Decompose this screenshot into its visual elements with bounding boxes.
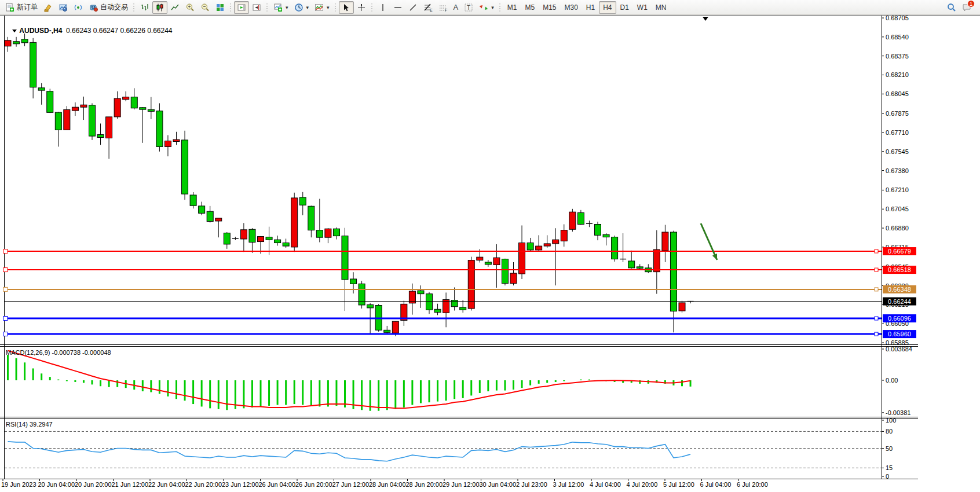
candle-body [283, 243, 289, 247]
caret-down-icon: ▾ [327, 5, 330, 10]
grid-tool-button[interactable]: F [436, 1, 451, 14]
price-tick-label: 0.68210 [886, 71, 909, 78]
timeframe-button-m1[interactable]: M1 [503, 1, 521, 14]
time-tick-label: 5 Jul 12:00 [663, 481, 694, 488]
toolbar-separator [370, 2, 374, 13]
candle-body [215, 218, 222, 221]
metaeditor-button[interactable] [41, 1, 56, 14]
signals-icon [74, 3, 83, 12]
auto-trading-button[interactable]: 自动交易 [86, 1, 131, 14]
zoom-out-button[interactable] [198, 1, 213, 14]
rsi-indicator-label: RSI(14) 39.2947 [6, 421, 53, 428]
period-dropdown[interactable]: ▾ [291, 1, 312, 14]
crosshair-tool-button[interactable] [354, 1, 369, 14]
hline-left-handle[interactable] [3, 249, 8, 254]
auto-trading-robot-icon [89, 3, 98, 12]
time-tick-label: 6 Jul 04:00 [700, 481, 732, 488]
metaeditor-icon [43, 3, 53, 12]
hline-right-handle[interactable] [875, 249, 878, 253]
timeframe-button-m15[interactable]: M15 [539, 1, 560, 14]
notifications-button[interactable]: 1 [959, 1, 974, 14]
toolbar-separator [265, 2, 269, 13]
hline-right-handle[interactable] [875, 268, 878, 271]
candle-body [595, 224, 601, 235]
strategy-tester-icon [58, 3, 68, 12]
hline-right-handle[interactable] [875, 288, 878, 291]
new-chart-dropdown[interactable]: ▾ [270, 1, 291, 14]
trendline-tool-button[interactable] [405, 1, 420, 14]
candle-body [123, 97, 129, 100]
time-tick-label: 6 Jul 20:00 [737, 481, 768, 488]
time-tick-label: 20 Jun 20:00 [75, 481, 112, 488]
time-tick-label: 26 Jun 04:00 [259, 481, 296, 488]
line-studies-toolbar-group: E F A T ▾ [339, 1, 497, 14]
signals-button[interactable] [71, 1, 86, 14]
cursor-tool-button[interactable] [339, 1, 354, 14]
candle-body [325, 229, 331, 237]
time-tick-label: 4 Jul 04:00 [590, 481, 621, 488]
chart-background [0, 15, 980, 492]
line-chart-type-button[interactable] [167, 1, 182, 14]
price-tick-label: 0.67710 [886, 129, 909, 136]
candle-body [30, 42, 36, 87]
hline-left-handle[interactable] [3, 287, 8, 291]
price-tick-label: 0.67045 [886, 205, 909, 212]
hline-right-handle[interactable] [875, 332, 878, 336]
text-tool-button[interactable]: A [451, 1, 462, 14]
candle-body [527, 243, 533, 250]
candle-body [392, 321, 398, 333]
hline-left-handle[interactable] [3, 317, 8, 321]
chart-window[interactable]: 0.687050.685400.683750.682100.680450.678… [0, 15, 980, 492]
timeframe-button-m30[interactable]: M30 [560, 1, 582, 14]
price-tick-label: 0.67380 [886, 167, 909, 174]
fibonacci-tool-button[interactable]: E [420, 1, 436, 14]
vertical-line-tool-button[interactable] [375, 1, 390, 14]
timeframe-button-mn[interactable]: MN [652, 1, 671, 14]
candle-body [679, 303, 685, 311]
bar-chart-type-button[interactable] [137, 1, 152, 14]
candle-body [485, 262, 491, 265]
candle-body [131, 97, 137, 108]
chart-shift-button[interactable] [249, 1, 264, 14]
indicators-dropdown[interactable]: ▾ [312, 1, 332, 14]
timeframe-button-d1[interactable]: D1 [616, 1, 633, 14]
time-tick-label: 2 Jul 23:00 [516, 481, 547, 488]
price-tag-label: 0.66348 [888, 286, 911, 293]
time-tick-label: 22 Jun 04:00 [148, 481, 185, 488]
candle-body [342, 236, 348, 280]
candlestick-chart-type-button[interactable] [152, 1, 167, 14]
macd-indicator-label: MACD(12,26,9) -0.000738 -0.000048 [6, 349, 111, 356]
chart-canvas[interactable]: 0.687050.685400.683750.682100.680450.678… [0, 15, 980, 492]
auto-scroll-button[interactable] [234, 1, 249, 14]
search-button[interactable] [944, 1, 959, 14]
candle-body [173, 139, 180, 141]
arrows-tool-dropdown[interactable]: ▾ [476, 1, 497, 14]
arrows-icon [479, 3, 488, 12]
text-label-tool-button[interactable]: T [461, 1, 476, 14]
new-order-label: 新订单 [17, 2, 38, 12]
timeframe-button-w1[interactable]: W1 [633, 1, 652, 14]
hline-right-handle[interactable] [875, 317, 878, 320]
hline-left-handle[interactable] [3, 268, 8, 272]
zoom-in-button[interactable] [182, 1, 198, 14]
tile-windows-button[interactable] [213, 1, 228, 14]
toolbar-separator [498, 2, 502, 13]
rsi-tick-label: 100 [886, 417, 896, 424]
hline-left-handle[interactable] [3, 332, 8, 336]
symbol-collapse-icon[interactable] [12, 30, 17, 32]
cursor-icon [342, 3, 351, 12]
horizontal-line-tool-button[interactable] [390, 1, 405, 14]
timeframe-button-h4[interactable]: H4 [599, 1, 616, 14]
strategy-tester-button[interactable] [56, 1, 71, 14]
tile-windows-icon [215, 3, 225, 12]
candle-body [536, 246, 542, 250]
candle-body [553, 240, 559, 244]
top-toolbar: 新订单 自动交易 [0, 0, 980, 15]
time-tick-label: 3 Jul 12:00 [553, 481, 584, 488]
new-order-button[interactable]: 新订单 [2, 1, 41, 14]
time-tick-label: 26 Jun 20:00 [295, 481, 332, 488]
candle-body [502, 259, 508, 284]
timeframe-button-h1[interactable]: H1 [582, 1, 599, 14]
time-tick-label: 19 Jun 2023 [1, 481, 36, 488]
timeframe-button-m5[interactable]: M5 [521, 1, 539, 14]
